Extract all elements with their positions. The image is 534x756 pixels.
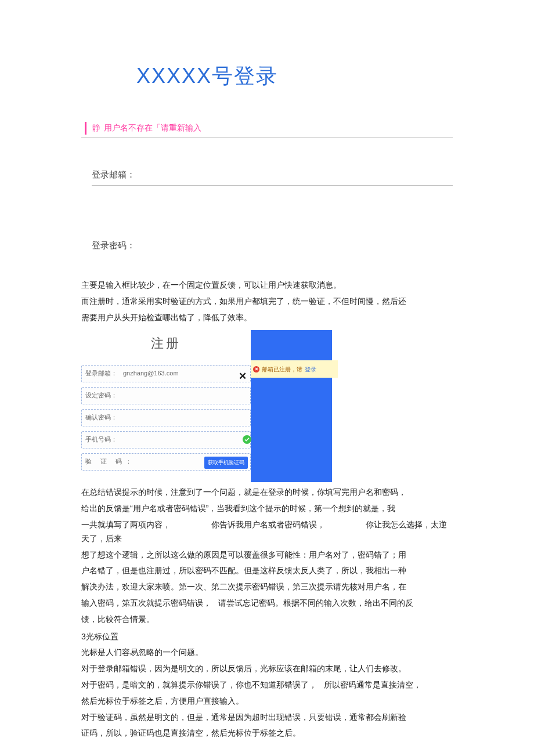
error-icon	[253, 366, 259, 372]
close-icon[interactable]: ✕	[239, 368, 247, 385]
email-field-label: 登录邮箱：	[92, 167, 453, 186]
email-registered-warning: 邮箱已注册，请 登录	[251, 360, 338, 378]
para1-l1: 主要是输入框比较少，在一个固定位置反馈，可以让用户快速获取消息。	[81, 278, 453, 292]
sec3-l6: 证码，所以，验证码也是直接清空，然后光标位于标签之后。	[81, 726, 453, 740]
error-prefix: 静	[92, 121, 100, 135]
reg-email-row[interactable]: 登录邮箱： gnzhang@163.com ✕	[81, 365, 251, 382]
sec3-l2: 对于登录邮箱错误，因为是明文的，所以反馈后，光标应该在邮箱的末尾，让人们去修改。	[81, 662, 453, 676]
page-title: XXXXX号登录	[136, 58, 453, 93]
para2-l5: 户名错了，但是也注册过，所以密码不匹配。但是这样反馈太反人类了，所以，我相出一种	[81, 564, 453, 578]
sec3-l3: 对于密码，是暗文的，就算提示你错误了，你也不知道那错误了， 所以密码通常是直接清…	[81, 678, 453, 692]
sec3-h: 3光标位置	[81, 630, 453, 644]
reg-verify-row[interactable]: 验 证 码： 获取手机验证码	[81, 453, 251, 471]
reg-setpwd-row[interactable]: 设定密码：	[81, 387, 251, 404]
password-field-label: 登录密码：	[92, 238, 453, 256]
para1-l2: 而注册时，通常采用实时验证的方式，如果用户都填完了，统一验证，不但时间慢，然后还	[81, 295, 453, 309]
reg-email-value: gnzhang@163.com	[123, 368, 179, 379]
reg-setpwd-label: 设定密码：	[85, 390, 117, 401]
para2-l2: 给出的反馈是“用户名或者密码错误”，当我看到这个提示的时候，第一个想到的就是，我	[81, 502, 453, 516]
para2-l8: 馈，比较符合情景。	[81, 613, 453, 627]
sec3-l1: 光标是人们容易忽略的一个问题。	[81, 646, 453, 660]
sec3-l5: 对于验证码，虽然是明文的，但是，通常是因为超时出现错误，只要错误，通常都会刷新验	[81, 711, 453, 725]
reg-confirmpwd-label: 确认密码：	[85, 412, 117, 423]
para2-l1: 在总结错误提示的时候，注意到了一个问题，就是在登录的时候，你填写完用户名和密码，	[81, 486, 453, 500]
para2-l6: 解决办法，欢迎大家来喷。第一次、第二次提示密码错误，第三次提示请先核对用户名，在	[81, 580, 453, 594]
reg-phone-label: 手机号码：	[85, 434, 117, 445]
reg-confirmpwd-row[interactable]: 确认密码：	[81, 409, 251, 426]
para2-l3: 一共就填写了两项内容，你告诉我用户名或者密码错误，你让我怎么选择，太逆天了，后来	[81, 518, 453, 546]
register-title: 注册	[81, 330, 251, 364]
check-icon	[243, 435, 251, 444]
warning-text: 邮箱已注册，请	[262, 364, 302, 374]
sec3-l4: 然后光标位于标签之后，方便用户直接输入。	[81, 694, 453, 708]
get-code-button[interactable]: 获取手机验证码	[204, 457, 248, 469]
blue-panel	[251, 330, 332, 482]
para2-l4: 想了想这个逻辑，之所以这么做的原因是可以覆盖很多可能性：用户名对了，密码错了；用	[81, 548, 453, 562]
para2-l7: 输入密码，第五次就提示密码错误， 请尝试忘记密码。根据不同的输入次数，给出不同的…	[81, 596, 453, 610]
reg-email-label: 登录邮箱：	[85, 368, 117, 379]
error-text: 用户名不存在「请重新输入	[104, 121, 201, 135]
reg-phone-row[interactable]: 手机号码：	[81, 431, 251, 448]
error-bar	[85, 122, 86, 135]
warning-login-link[interactable]: 登录	[305, 364, 316, 374]
error-banner: 静 用户名不存在「请重新输入	[81, 121, 453, 138]
embedded-screenshot: 注册 登录邮箱： gnzhang@163.com ✕ 设定密码： 确认密码： 手…	[81, 330, 453, 482]
reg-verify-label: 验 证 码：	[85, 456, 135, 467]
para1-l3: 需要用户从头开始检查哪出错了，降低了效率。	[81, 311, 453, 325]
